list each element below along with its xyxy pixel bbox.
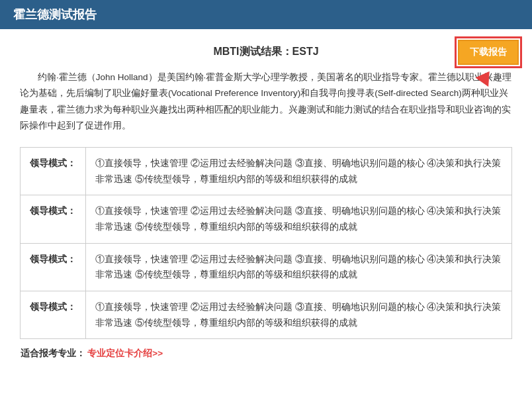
footer-link[interactable]: 专业定位卡介绍>>: [87, 348, 163, 358]
result-table: 领导模式：①直接领导，快速管理 ②运用过去经验解决问题 ③直接、明确地识别问题的…: [20, 147, 512, 362]
row-label-2: 领导模式：: [21, 243, 86, 291]
footer-row: 适合报考专业： 专业定位卡介绍>>: [21, 339, 512, 362]
page-wrapper: 霍兰德测试报告 下载报告 MBTI测试结果：ESTJ 约翰·霍兰德（John H…: [0, 0, 532, 398]
page-header: 霍兰德测试报告: [0, 0, 532, 29]
content-area: 下载报告 MBTI测试结果：ESTJ 约翰·霍兰德（John Holland）是…: [0, 29, 532, 381]
footer-cell: 适合报考专业： 专业定位卡介绍>>: [21, 339, 512, 362]
mbti-title: MBTI测试结果：ESTJ: [20, 42, 512, 59]
footer-label: 适合报考专业：: [21, 348, 85, 358]
table-row: 领导模式：①直接领导，快速管理 ②运用过去经验解决问题 ③直接、明确地识别问题的…: [21, 243, 512, 291]
download-button[interactable]: 下载报告: [458, 40, 519, 65]
table-row: 领导模式：①直接领导，快速管理 ②运用过去经验解决问题 ③直接、明确地识别问题的…: [21, 291, 512, 338]
table-row: 领导模式：①直接领导，快速管理 ②运用过去经验解决问题 ③直接、明确地识别问题的…: [21, 148, 512, 195]
row-label-0: 领导模式：: [21, 148, 86, 195]
row-content-0: ①直接领导，快速管理 ②运用过去经验解决问题 ③直接、明确地识别问题的核心 ④决…: [86, 148, 512, 195]
download-button-wrapper: 下载报告: [458, 40, 519, 65]
row-content-1: ①直接领导，快速管理 ②运用过去经验解决问题 ③直接、明确地识别问题的核心 ④决…: [86, 195, 512, 243]
table-row: 领导模式：①直接领导，快速管理 ②运用过去经验解决问题 ③直接、明确地识别问题的…: [21, 195, 512, 243]
row-label-1: 领导模式：: [21, 195, 86, 243]
page-title: 霍兰德测试报告: [13, 8, 97, 21]
row-label-3: 领导模式：: [21, 291, 86, 338]
row-content-2: ①直接领导，快速管理 ②运用过去经验解决问题 ③直接、明确地识别问题的核心 ④决…: [86, 243, 512, 291]
description-text: 约翰·霍兰德（John Holland）是美国约翰·霍普金斯大学心理学教授，美国…: [20, 70, 512, 134]
row-content-3: ①直接领导，快速管理 ②运用过去经验解决问题 ③直接、明确地识别问题的核心 ④决…: [86, 291, 512, 338]
